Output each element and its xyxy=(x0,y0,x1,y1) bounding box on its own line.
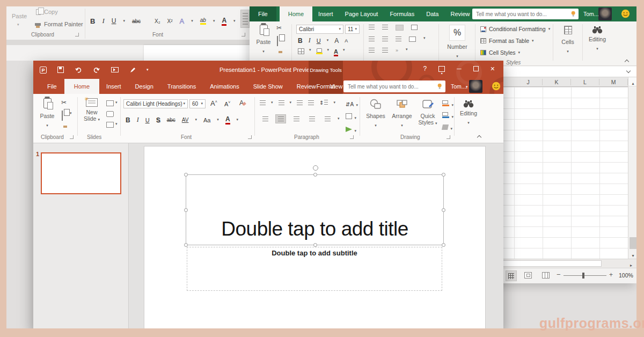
slide-layout-icon[interactable] xyxy=(106,100,114,106)
word-italic-button[interactable]: I xyxy=(102,17,104,25)
column-header-k[interactable]: K xyxy=(543,79,571,85)
ppt-tab-transitions[interactable]: Transitions xyxy=(160,79,203,94)
resize-handle-bottom-left[interactable] xyxy=(184,243,188,247)
ribbon-display-options-button[interactable]: ▴ xyxy=(438,66,445,72)
slide-canvas[interactable]: Double tap to add title Double tap to ad… xyxy=(144,146,486,331)
pen-icon[interactable] xyxy=(129,67,136,74)
ppt-drawing-dialog-launcher[interactable] xyxy=(447,135,450,139)
ppt-smiley-icon[interactable] xyxy=(492,82,501,91)
ppt-quick-styles-button[interactable]: Quick Styles ▾ xyxy=(415,99,440,126)
zoom-in-button[interactable]: + xyxy=(609,271,613,279)
zoom-level-value[interactable]: 100% xyxy=(619,272,633,279)
excel-paste-button[interactable]: Paste ▾ xyxy=(254,25,273,55)
bullets-icon[interactable] xyxy=(260,100,266,105)
ppt-editing-group[interactable]: Editing ▾ xyxy=(457,100,480,126)
scrollbar-thumb[interactable] xyxy=(630,237,636,249)
page-layout-view-button[interactable] xyxy=(524,272,532,279)
resize-handle-top-center[interactable] xyxy=(313,173,317,177)
ppt-tab-file[interactable]: File xyxy=(40,79,64,94)
excel-number-group[interactable]: % Number ▾ xyxy=(444,25,471,60)
ppt-font-name-combo[interactable]: Calibri Light (Headings)▾ xyxy=(123,99,188,108)
excel-font-name-combo[interactable]: Calibri▾ xyxy=(296,25,343,34)
excel-font-color-button[interactable]: A xyxy=(334,48,338,56)
ppt-change-case-button[interactable]: Aa xyxy=(203,117,210,123)
ppt-font-color-button[interactable]: A xyxy=(225,115,230,124)
title-placeholder-box[interactable]: Double tap to add title xyxy=(186,174,444,245)
ppt-tab-design[interactable]: Design xyxy=(128,79,160,94)
justify-button[interactable] xyxy=(306,114,317,123)
decrease-indent-icon[interactable] xyxy=(297,100,303,105)
align-left-icon[interactable] xyxy=(369,36,375,41)
shrink-font-button[interactable]: A˅ xyxy=(224,100,230,107)
shape-effects-icon[interactable] xyxy=(442,124,449,130)
excel-tab-data[interactable]: Data xyxy=(420,6,444,21)
ppt-collapse-ribbon-icon[interactable] xyxy=(477,135,481,140)
ppt-user-avatar[interactable] xyxy=(469,80,482,93)
excel-tab-home[interactable]: Home xyxy=(280,6,312,21)
excel-tab-page-layout[interactable]: Page Layout xyxy=(339,6,384,21)
scroll-right-button[interactable]: ▸ xyxy=(627,259,635,268)
excel-cells-group[interactable]: Cells ▾ xyxy=(557,26,579,55)
line-spacing-icon[interactable]: ⇕ xyxy=(319,100,328,106)
rotation-handle[interactable] xyxy=(313,165,318,171)
excel-smiley-icon[interactable] xyxy=(621,9,630,18)
normal-view-button[interactable] xyxy=(506,270,517,281)
section-icon[interactable] xyxy=(106,122,114,128)
ppt-tab-insert[interactable]: Insert xyxy=(99,79,128,94)
ppt-tellme-box[interactable] xyxy=(343,80,445,92)
ppt-strikethrough-button[interactable]: abc xyxy=(167,117,175,123)
slide-thumbnail[interactable] xyxy=(41,152,121,194)
align-left-button[interactable] xyxy=(260,114,270,123)
excel-grow-font-button[interactable]: A xyxy=(334,37,339,45)
ppt-new-slide-button[interactable]: ✳ New Slide ▾ xyxy=(80,98,103,122)
zoom-slider-thumb[interactable] xyxy=(582,273,584,279)
undo-icon[interactable] xyxy=(75,67,82,74)
excel-italic-button[interactable]: I xyxy=(309,36,311,45)
word-font-color-button[interactable]: A xyxy=(222,17,226,26)
fill-color-icon[interactable] xyxy=(316,48,323,54)
ppt-paragraph-dialog-launcher[interactable] xyxy=(350,135,354,139)
column-header-l[interactable]: L xyxy=(571,79,599,85)
ppt-tab-slide-show[interactable]: Slide Show xyxy=(246,79,290,94)
increase-indent-icon[interactable] xyxy=(382,48,388,53)
subtitle-placeholder-box[interactable]: Double tap to add subtitle xyxy=(187,247,442,291)
ppt-tab-format[interactable]: Format xyxy=(309,79,343,94)
clear-formatting-button[interactable]: A xyxy=(239,99,246,107)
align-text-icon[interactable] xyxy=(346,113,352,119)
wrap-text-icon[interactable] xyxy=(411,25,418,30)
numbering-icon[interactable] xyxy=(279,100,284,105)
excel-font-size-combo[interactable]: 11▾ xyxy=(345,25,360,34)
resize-handle-bottom-right[interactable] xyxy=(442,243,445,247)
slide-title-text[interactable]: Double tap to add title xyxy=(186,218,443,240)
excel-tab-formulas[interactable]: Formulas xyxy=(384,6,420,21)
reset-slide-icon[interactable] xyxy=(106,111,114,117)
excel-cell-styles-button[interactable]: Cell Styles ▾ xyxy=(480,49,520,56)
align-center-h-icon[interactable] xyxy=(382,36,388,41)
excel-tab-file[interactable]: File xyxy=(250,6,276,21)
word-format-painter-button[interactable]: Format Painter xyxy=(35,21,83,27)
word-subscript-button[interactable]: X₂ xyxy=(155,18,160,24)
align-center-button[interactable] xyxy=(275,114,286,123)
orientation-icon[interactable]: » xyxy=(396,48,398,53)
text-direction-icon[interactable]: ⇵A xyxy=(346,101,354,107)
word-bold-button[interactable]: B xyxy=(90,17,95,25)
percent-style-icon[interactable]: % xyxy=(449,25,465,41)
column-header-m[interactable]: M xyxy=(599,79,628,85)
zoom-out-button[interactable]: − xyxy=(557,270,561,279)
ppt-clipboard-dialog-launcher[interactable] xyxy=(70,135,74,139)
excel-collapse-ribbon-icon[interactable] xyxy=(625,60,629,64)
copy-icon[interactable] xyxy=(62,111,63,121)
align-right-icon[interactable] xyxy=(396,36,401,41)
ppt-underline-button[interactable]: U xyxy=(145,117,150,123)
close-button[interactable]: × xyxy=(491,66,495,71)
ppt-font-size-combo[interactable]: 60▾ xyxy=(189,99,206,108)
grow-font-button[interactable]: A˄ xyxy=(210,99,217,107)
minimize-button[interactable]: ─ xyxy=(457,65,462,72)
resize-handle-middle-right[interactable] xyxy=(442,208,445,212)
excel-tab-review[interactable]: Review xyxy=(444,6,475,21)
ppt-user-name[interactable]: Tom.... xyxy=(451,83,468,90)
shape-fill-icon[interactable] xyxy=(442,100,449,106)
excel-conditional-formatting-button[interactable]: Conditional Formatting ▾ xyxy=(480,26,550,32)
resize-handle-bottom-center[interactable] xyxy=(313,243,317,247)
excel-format-as-table-button[interactable]: Format as Table ▾ xyxy=(480,38,534,44)
